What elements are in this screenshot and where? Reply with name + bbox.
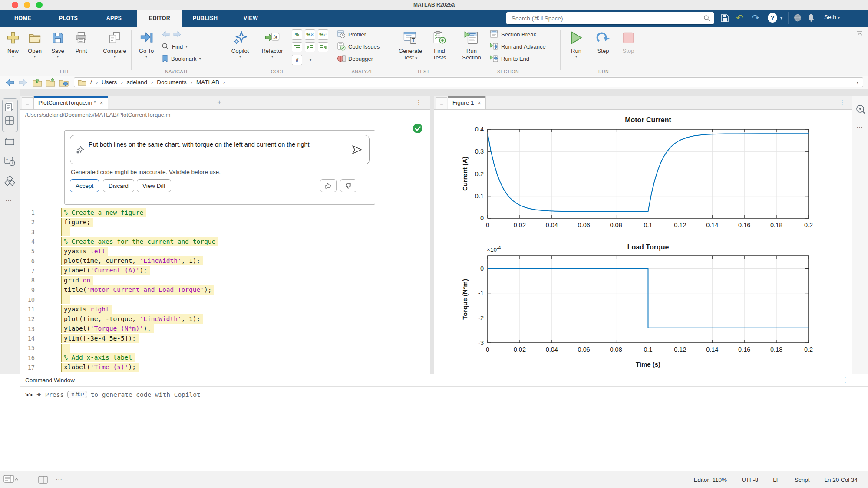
- collapse-toolstrip-icon[interactable]: [856, 30, 863, 36]
- breadcrumb-users[interactable]: Users: [102, 79, 117, 85]
- goto-button[interactable]: Go To▾: [132, 29, 160, 59]
- back-arrow-icon[interactable]: [162, 30, 170, 38]
- browse-for-folder-icon[interactable]: [45, 78, 56, 87]
- stop-button[interactable]: Stop: [617, 29, 640, 54]
- plot-tools-icon[interactable]: [855, 104, 866, 115]
- refactor-button[interactable]: fx Refactor▾: [257, 29, 287, 59]
- quick-save-icon[interactable]: [720, 13, 729, 23]
- figure-panel-menu-icon[interactable]: ≡: [436, 97, 447, 109]
- code-line[interactable]: 1% Create a new figure: [20, 208, 428, 217]
- wrap-comments-icon[interactable]: %↵: [318, 29, 328, 40]
- browse-back-icon[interactable]: [5, 78, 15, 87]
- editor-options-kebab-icon[interactable]: ⋮: [416, 98, 422, 106]
- sidebar-addons-icon[interactable]: [4, 176, 16, 186]
- figure-tab[interactable]: Figure 1 ×: [448, 96, 486, 109]
- code-issues-button[interactable]: Code Issues: [337, 41, 380, 52]
- thumbs-down-button[interactable]: [340, 179, 356, 192]
- copilot-prompt-text[interactable]: Put both lines on the same chart, with t…: [89, 140, 338, 149]
- step-button[interactable]: Step: [591, 29, 615, 54]
- help-icon[interactable]: ?: [768, 13, 777, 23]
- breadcrumb[interactable]: / › Users › sdeland › Documents › MATLAB…: [74, 77, 863, 87]
- editor-file-tab[interactable]: PlotCurrentTorque.m * ×: [33, 96, 108, 109]
- up-one-level-icon[interactable]: [32, 78, 43, 87]
- breadcrumb-matlab[interactable]: MATLAB: [196, 79, 219, 85]
- user-menu[interactable]: Seth ▾: [824, 14, 840, 20]
- matlab-drive-folder-icon[interactable]: [59, 78, 69, 87]
- send-prompt-icon[interactable]: [352, 145, 362, 154]
- status-line-ending[interactable]: LF: [773, 477, 780, 483]
- code-line[interactable]: 16% Add x-axis label: [20, 353, 428, 362]
- help-caret-icon[interactable]: ▾: [780, 16, 782, 20]
- indent-right-icon[interactable]: [305, 42, 315, 52]
- code-analyzer-indicator[interactable]: [413, 123, 423, 134]
- close-tab-icon[interactable]: ×: [100, 99, 103, 106]
- bookmark-button[interactable]: Bookmark▾: [162, 53, 201, 64]
- code-line[interactable]: 12plot(time, -torque, 'LineWidth', 1);: [20, 314, 428, 324]
- code-line[interactable]: 13ylabel('Torque (N*m)');: [20, 324, 428, 334]
- code-line[interactable]: 14ylim([-3e-4 5e-5]);: [20, 334, 428, 343]
- close-figure-tab-icon[interactable]: ×: [478, 99, 481, 106]
- browse-forward-icon[interactable]: [18, 78, 28, 87]
- copilot-button[interactable]: Copilot▾: [226, 29, 254, 59]
- search-icon[interactable]: [703, 15, 710, 22]
- sidebar-editor-icon[interactable]: [5, 101, 14, 112]
- tab-view[interactable]: VIEW: [228, 10, 274, 27]
- print-button[interactable]: Print: [67, 29, 95, 54]
- tab-editor[interactable]: EDITOR: [137, 10, 182, 27]
- uncomment-icon[interactable]: %✕: [305, 29, 315, 40]
- function-hints-caret-icon[interactable]: ▾: [305, 55, 316, 65]
- undo-icon[interactable]: ↶: [736, 13, 743, 23]
- strip-more-icon[interactable]: ⋯: [856, 123, 863, 131]
- breadcrumb-caret-icon[interactable]: ▾: [856, 80, 858, 85]
- copilot-prompt-box[interactable]: Put both lines on the same chart, with t…: [70, 135, 370, 164]
- redo-icon[interactable]: ↷: [752, 13, 759, 23]
- code-line[interactable]: 3: [20, 227, 428, 237]
- tab-apps[interactable]: APPS: [91, 10, 137, 27]
- editor-panel-menu-icon[interactable]: ≡: [22, 97, 33, 109]
- run-button[interactable]: Run▾: [564, 29, 588, 59]
- smart-indent-icon[interactable]: [292, 42, 302, 52]
- code-line[interactable]: 11yyaxis right: [20, 305, 428, 314]
- code-line[interactable]: 17xlabel('Time (s)');: [20, 363, 428, 372]
- code-line[interactable]: 9title('Motor Current and Load Torque');: [20, 285, 428, 295]
- tab-publish[interactable]: PUBLISH: [182, 10, 228, 27]
- notifications-bell-icon[interactable]: [806, 13, 816, 23]
- find-button[interactable]: Find▾: [162, 41, 188, 52]
- tab-home[interactable]: HOME: [0, 10, 46, 27]
- profiler-button[interactable]: Profiler: [337, 29, 366, 40]
- layout-toggle-icon[interactable]: [3, 475, 18, 485]
- command-window-kebab-icon[interactable]: ⋮: [842, 376, 848, 384]
- code-line[interactable]: 15: [20, 343, 428, 353]
- status-editor-zoom[interactable]: Editor: 110%: [694, 477, 727, 483]
- indent-left-icon[interactable]: [318, 42, 328, 52]
- code-line[interactable]: 10: [20, 295, 428, 305]
- panel-restore-icon[interactable]: [38, 476, 48, 484]
- section-break-button[interactable]: Section Break: [490, 29, 536, 40]
- command-prompt[interactable]: >>: [25, 391, 33, 398]
- search-input[interactable]: [511, 13, 699, 23]
- breadcrumb-documents[interactable]: Documents: [157, 79, 186, 85]
- tab-plots[interactable]: PLOTS: [46, 10, 91, 27]
- code-line[interactable]: 6plot(time, current, 'LineWidth', 1);: [20, 256, 428, 265]
- command-prompt-line[interactable]: >> ✦ Press ⇧⌘P to generate code with Cop…: [25, 391, 201, 398]
- code-line[interactable]: 2figure;: [20, 217, 428, 227]
- run-to-end-button[interactable]: Run to End: [490, 53, 529, 64]
- load-torque-chart[interactable]: 00.020.040.060.080.10.120.140.160.180.20…: [460, 241, 834, 371]
- breadcrumb-sdeland[interactable]: sdeland: [127, 79, 147, 85]
- run-and-advance-button[interactable]: Run and Advance: [490, 41, 546, 52]
- accept-button[interactable]: Accept: [70, 179, 99, 192]
- discard-button[interactable]: Discard: [103, 179, 134, 192]
- code-editor[interactable]: 1% Create a new figure2figure;34% Create…: [20, 208, 428, 382]
- downloads-icon[interactable]: [793, 13, 802, 22]
- search-box[interactable]: [506, 12, 714, 25]
- comment-icon[interactable]: %: [292, 29, 302, 40]
- code-line[interactable]: 5yyaxis left: [20, 246, 428, 256]
- view-diff-button[interactable]: View Diff: [137, 179, 171, 192]
- run-section-button[interactable]: RunSection: [458, 29, 485, 61]
- thumbs-up-button[interactable]: [320, 179, 337, 192]
- figure-options-kebab-icon[interactable]: ⋮: [839, 98, 845, 106]
- sidebar-panels-icon[interactable]: [5, 116, 14, 125]
- statusbar-more-icon[interactable]: ⋯: [56, 476, 62, 484]
- code-line[interactable]: 7ylabel('Current (A)');: [20, 266, 428, 275]
- compare-button[interactable]: Compare▾: [99, 29, 130, 59]
